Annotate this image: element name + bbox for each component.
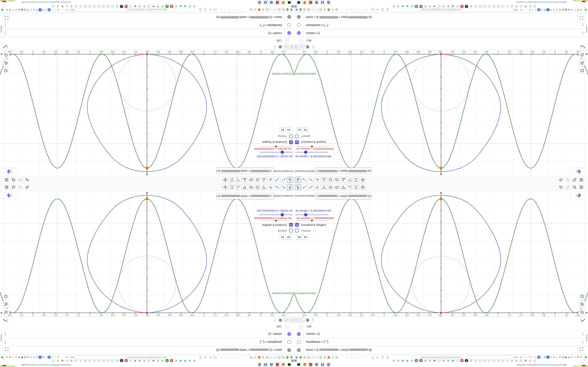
collapse-list-button[interactable]: −: [285, 325, 289, 329]
bookmark-favicon[interactable]: ◯: [84, 359, 87, 362]
extension-icon[interactable]: ⊕: [15, 8, 17, 11]
bookmark-favicon[interactable]: ●: [79, 5, 82, 8]
zoom-in-button[interactable]: [2, 300, 9, 308]
zoom-out-button[interactable]: [579, 51, 586, 58]
arc-icon[interactable]: [311, 8, 314, 11]
extension-icon[interactable]: ↥: [574, 8, 576, 11]
visibility-toggle[interactable]: [287, 15, 291, 19]
algebra-row[interactable]: funcNames = {" "}: [0, 338, 294, 346]
bookmark-favicon[interactable]: ◍: [451, 359, 454, 362]
bookmark-favicon[interactable]: Я: [415, 359, 418, 362]
menu-icon[interactable]: [4, 185, 9, 189]
inactive-extension-icon[interactable]: ⊙: [219, 8, 223, 11]
extension-icon[interactable]: ▯: [30, 8, 33, 11]
bookmark-favicon[interactable]: Я: [460, 5, 464, 8]
bookmark-favicon[interactable]: ◯: [478, 5, 482, 8]
bookmark-favicon[interactable]: i: [456, 5, 459, 8]
bookmark-favicon[interactable]: G: [156, 359, 160, 362]
bookmark-favicon[interactable]: ▲: [120, 5, 123, 8]
bookmark-favicon[interactable]: W: [152, 359, 155, 362]
bookmark-favicon[interactable]: G: [442, 359, 445, 362]
extension-icon[interactable]: ✱: [544, 8, 546, 11]
inactive-extension-icon[interactable]: ○: [223, 356, 227, 359]
bookmark-favicon[interactable]: ◯: [438, 5, 441, 8]
zoom-out-button[interactable]: [2, 51, 9, 58]
perpendicular-line-tool-button[interactable]: [314, 184, 320, 190]
bookmark-favicon[interactable]: i: [129, 5, 132, 8]
graphics-stylebar-toggle[interactable]: [2, 168, 17, 175]
algebra-row[interactable]: funcs = {1.000000000000 + cos(4.00000000…: [294, 346, 588, 354]
visibility-toggle[interactable]: [297, 340, 301, 344]
bookmark-favicon[interactable]: ✱: [524, 359, 527, 362]
arc-icon[interactable]: [274, 356, 277, 359]
inactive-extension-icon[interactable]: ⊙: [365, 356, 369, 359]
gear-icon[interactable]: [278, 318, 283, 323]
inactive-extension-icon[interactable]: ⊙: [227, 8, 231, 11]
angle-tool-button[interactable]: α: [340, 184, 346, 190]
shield-icon[interactable]: [381, 8, 384, 11]
collapse-list-button[interactable]: −: [299, 325, 303, 329]
bookmark-favicon[interactable]: ◯: [106, 359, 110, 362]
function-input[interactable]: 1.000000000000 + cos(4.000000000000 x) ▼: [315, 168, 371, 174]
bookmark-favicon[interactable]: Я: [415, 5, 418, 8]
algebra-row[interactable]: curves = {}: [0, 330, 294, 338]
floppy64-taskbar-button[interactable]: 64: [320, 362, 325, 367]
bookmark-favicon[interactable]: ◍: [406, 359, 409, 362]
bookmark-favicon[interactable]: G: [392, 359, 395, 362]
inactive-extension-icon[interactable]: ○: [361, 356, 365, 359]
globe-icon[interactable]: [307, 8, 310, 11]
scrollbar[interactable]: [586, 334, 587, 342]
extension-icon[interactable]: ✱: [577, 356, 579, 359]
graphics-stylebar-toggle[interactable]: [571, 192, 586, 199]
polygon-tool-button[interactable]: [261, 177, 267, 183]
bookmark-favicon[interactable]: ◯: [510, 359, 514, 362]
bookmark-favicon[interactable]: ◯: [88, 5, 91, 8]
monitor-taskbar-button[interactable]: [314, 362, 319, 367]
bookmark-favicon[interactable]: ◯: [65, 359, 69, 362]
graphics-view[interactable]: -2.4-2.2-2-1.8-1.6-1.4-1.2-1-0.8-0.6-0.4…: [0, 191, 294, 317]
floppy64-taskbar-button[interactable]: 64: [320, 0, 325, 5]
extension-icon[interactable]: ↻: [57, 356, 60, 359]
fx-icon[interactable]: fx: [300, 318, 305, 323]
bookmark-favicon[interactable]: ◯: [74, 5, 78, 8]
bookmark-favicon[interactable]: ◯: [533, 5, 536, 8]
bookmark-favicon[interactable]: Я: [460, 359, 464, 362]
bookmark-favicon[interactable]: G: [442, 5, 445, 8]
bookmark-favicon[interactable]: ◍: [184, 5, 187, 8]
kebab-icon[interactable]: [311, 44, 316, 49]
bookmark-favicon[interactable]: G: [193, 5, 196, 8]
bookmark-favicon[interactable]: G: [174, 5, 178, 8]
bookmark-favicon[interactable]: ◯: [519, 5, 523, 8]
extension-icon[interactable]: ▣: [564, 356, 567, 359]
extension-icon[interactable]: ●: [553, 8, 555, 11]
extension-icon[interactable]: ✦: [51, 8, 53, 11]
bookmark-favicon[interactable]: ◯: [74, 359, 78, 362]
inactive-extension-icon[interactable]: ◦: [243, 8, 247, 11]
arc-position-point[interactable]: [440, 53, 442, 55]
curvature-tangent-checkbox[interactable]: [295, 223, 299, 227]
polygon-tool-button[interactable]: [261, 184, 267, 190]
tracing-checkbox[interactable]: [295, 134, 299, 138]
back-arrow-icon[interactable]: [376, 8, 379, 11]
extension-icon[interactable]: ↥: [574, 356, 576, 359]
extension-icon[interactable]: A: [537, 356, 540, 359]
graphics-view[interactable]: -2.4-2.2-2-1.8-1.6-1.4-1.2-1-0.8-0.6-0.4…: [294, 50, 588, 176]
visibility-toggle[interactable]: [297, 15, 301, 19]
perpendicular-line-tool-button[interactable]: [268, 177, 274, 183]
algebra-view-icon[interactable]: [579, 44, 586, 50]
extension-icon[interactable]: ▤: [24, 8, 26, 11]
extension-icon[interactable]: ↻: [57, 8, 60, 11]
tracing-checkbox[interactable]: [289, 229, 293, 233]
bookmark-favicon[interactable]: ◯: [510, 5, 514, 8]
extension-icon[interactable]: ✱: [9, 8, 11, 11]
home-button[interactable]: [579, 67, 586, 75]
graphics-view[interactable]: -2.4-2.2-2-1.8-1.6-1.4-1.2-1-0.8-0.6-0.4…: [294, 191, 588, 317]
collapse-list-button[interactable]: −: [299, 38, 303, 42]
extension-icon[interactable]: ↻: [528, 356, 531, 359]
chevron-up-icon[interactable]: ^: [3, 359, 4, 362]
folder-icon[interactable]: [214, 356, 217, 359]
extension-icon[interactable]: ✱: [42, 8, 44, 11]
bookmark-favicon[interactable]: ◍: [406, 5, 409, 8]
monitor-taskbar-button[interactable]: [269, 0, 274, 5]
pin-icon[interactable]: [290, 356, 293, 359]
